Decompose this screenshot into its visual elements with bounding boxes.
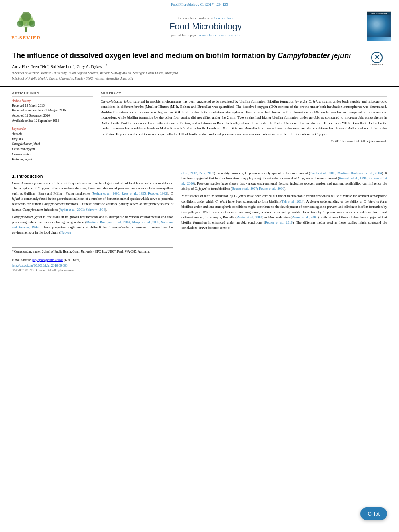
sciencedirect-link: Contents lists available at ScienceDirec… (44, 16, 367, 20)
journal-citation: Food Microbiology 61 (2017) 120–125 (0, 0, 399, 8)
keywords-section: Keywords: Aerobic Biofilms Campylobacter… (12, 127, 93, 162)
history-label: Article history: (12, 99, 93, 103)
article-title: The influence of dissolved oxygen level … (12, 51, 387, 60)
abstract-panel: ABSTRACT Campylobacter jejuni survival i… (101, 92, 387, 166)
introduction-heading: 1. Introduction (12, 174, 173, 179)
svg-point-7 (29, 21, 35, 27)
sciencedirect-anchor[interactable]: ScienceDirect (214, 16, 234, 20)
info-abstract-section: ARTICLE INFO Article history: Received 1… (0, 87, 399, 166)
authors-line: Amy Huei Teen Teh a, Sui Mae Lee a, Gary… (12, 64, 387, 69)
elsevier-tree-icon (14, 12, 38, 34)
homepage-link[interactable]: www.elsevier.com/locate/fm (199, 33, 240, 37)
cover-visual (367, 15, 391, 37)
intro-para3: et al., 2012; Park, 2002). In reality, h… (181, 170, 387, 192)
svg-point-5 (21, 12, 31, 21)
email-link[interactable]: gary.dykes@curtin.edu.au (32, 258, 63, 262)
keywords-label: Keywords: (12, 127, 93, 131)
main-body: 1. Introduction Campylobacter jejuni is … (0, 166, 399, 276)
article-header: The influence of dissolved oxygen level … (0, 45, 399, 87)
doi-link[interactable]: http://dx.doi.org/10.1016/j.fm.2016.09.0… (12, 264, 173, 267)
email-footnote: E-mail address: gary.dykes@curtin.edu.au… (12, 256, 173, 262)
received-date: Received 13 March 2016 Received in revis… (12, 103, 93, 124)
affiliation-a: a School of Science, Monash University, … (12, 71, 387, 76)
cover-title: Food Microbiology (367, 12, 391, 15)
issn-line: 0740-0020/© 2016 Elsevier Ltd. All right… (12, 269, 173, 272)
body-left-column: 1. Introduction Campylobacter jejuni is … (12, 170, 173, 272)
abstract-label: ABSTRACT (101, 92, 387, 97)
elsevier-brand: ELSEVIER (11, 35, 41, 41)
journal-homepage: journal homepage: www.elsevier.com/locat… (44, 33, 367, 37)
crossmark-badge[interactable]: ✕ CrossMark (367, 51, 387, 67)
footnote-star: * Corresponding author. School of Public… (12, 247, 173, 254)
body-right-column: et al., 2012; Park, 2002). In reality, h… (181, 170, 387, 272)
intro-para4: Most studies of biofilm formation by C. … (181, 193, 387, 230)
journal-header: ELSEVIER Contents lists available at Sci… (0, 8, 399, 45)
affiliation-b: b School of Public Health, Curtin Univer… (12, 76, 387, 81)
svg-point-6 (17, 21, 23, 27)
copyright-notice: © 2016 Elsevier Ltd. All rights reserved… (101, 139, 387, 143)
article-info-panel: ARTICLE INFO Article history: Received 1… (12, 92, 93, 166)
intro-para1: Campylobacter jejuni is one of the most … (12, 181, 173, 212)
abstract-text: Campylobacter jejuni survival in aerobic… (101, 99, 387, 137)
journal-title: Food Microbiology (44, 21, 367, 32)
page: Food Microbiology 61 (2017) 120–125 ELSE… (0, 0, 399, 532)
article-info-label: ARTICLE INFO (12, 92, 93, 97)
journal-center: Contents lists available at ScienceDirec… (44, 16, 367, 37)
article-history: Article history: Received 13 March 2016 … (12, 99, 93, 124)
citation-text: Food Microbiology 61 (2017) 120–125 (171, 2, 228, 6)
journal-cover-image: Food Microbiology (367, 11, 391, 41)
intro-para2: Campylobacter jejuni is fastidious in it… (12, 214, 173, 236)
keywords-list: Aerobic Biofilms Campylobacter jejuni Di… (12, 131, 93, 162)
elsevier-logo: ELSEVIER (8, 12, 44, 41)
chat-button[interactable]: CHat (360, 507, 387, 520)
